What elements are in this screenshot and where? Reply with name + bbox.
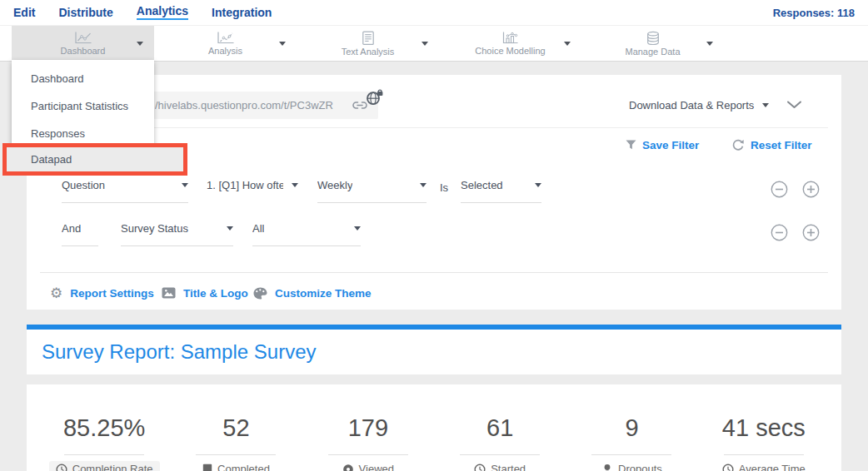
stat-completion-rate: 85.25% Completion Rate xyxy=(38,416,170,471)
menu-item-dashboard[interactable]: Dashboard xyxy=(12,65,154,92)
chevron-down-icon[interactable] xyxy=(422,42,428,46)
customize-theme-label: Customize Theme xyxy=(275,287,372,300)
caret-down-icon xyxy=(535,183,541,187)
refresh-icon xyxy=(731,139,745,151)
stat-value: 179 xyxy=(302,416,434,440)
stat-label: Viewed xyxy=(336,461,401,471)
caret-down-icon xyxy=(354,226,361,231)
stat-label: Completion Rate xyxy=(49,461,160,471)
stat-label-text: Completed xyxy=(217,463,270,471)
globe-lock-icon[interactable] xyxy=(366,89,384,106)
stat-underline xyxy=(196,454,276,455)
stat-underline xyxy=(591,454,671,455)
user-icon xyxy=(601,464,613,471)
palette-icon xyxy=(253,287,267,300)
question-select[interactable]: 1. [Q1] How often d... xyxy=(207,178,298,202)
stat-underline xyxy=(64,454,144,455)
title-logo-label: Title & Logo xyxy=(183,287,248,300)
footer-divider xyxy=(40,272,828,273)
filter-field-value: Question xyxy=(62,178,105,193)
chevron-down-icon[interactable] xyxy=(706,42,713,46)
line-chart-icon xyxy=(74,31,92,45)
stat-value: 41 secs xyxy=(698,416,830,440)
stat-dropouts: 9 Dropouts xyxy=(566,416,697,471)
tab-analysis[interactable]: Analysis xyxy=(154,26,297,61)
stat-label-text: Average Time xyxy=(739,463,806,471)
menu-item-datapad-highlighted[interactable]: Datapad xyxy=(2,143,187,176)
clock-icon xyxy=(474,464,486,471)
tab-dashboard[interactable]: Dashboard xyxy=(12,26,154,61)
answer-select[interactable]: Weekly xyxy=(317,178,427,203)
survey-stats-card: 85.25% Completion Rate 52 Completed 179 … xyxy=(27,384,841,471)
dashboard-dropdown-menu: Dashboard Participant Statistics Respons… xyxy=(12,60,154,150)
field-select-2[interactable]: Survey Status xyxy=(121,221,233,246)
customize-theme-button[interactable]: Customize Theme xyxy=(253,284,372,302)
stat-label: Average Time xyxy=(716,461,812,471)
conjunction-select[interactable]: And xyxy=(62,221,98,246)
chevron-down-icon[interactable] xyxy=(564,42,571,46)
filter-field-select[interactable]: Question xyxy=(62,178,188,203)
reset-filter-button[interactable]: Reset Filter xyxy=(731,136,812,153)
caret-down-icon xyxy=(227,226,233,231)
stat-label-text: Started xyxy=(491,463,526,471)
nav-item-analytics[interactable]: Analytics xyxy=(137,5,188,20)
filter-funnel-icon xyxy=(626,140,636,150)
operator-value: Selected xyxy=(461,178,503,193)
trend-chart-icon xyxy=(217,31,235,45)
save-filter-label: Save Filter xyxy=(642,139,699,151)
stat-value: 9 xyxy=(566,416,697,440)
remove-condition-button[interactable] xyxy=(771,181,788,198)
value-select-2[interactable]: All xyxy=(252,221,361,246)
nav-item-edit[interactable]: Edit xyxy=(13,7,35,18)
download-data-reports-menu[interactable]: Download Data & Reports xyxy=(629,92,769,119)
field-value-2: Survey Status xyxy=(121,221,188,236)
file-icon xyxy=(202,464,212,471)
stat-completed: 52 Completed xyxy=(170,416,302,471)
collapse-chevron-icon[interactable] xyxy=(786,101,802,109)
responses-count: Responses: 118 xyxy=(773,7,868,19)
chevron-down-icon[interactable] xyxy=(137,42,143,46)
tab-choice-modelling[interactable]: Choice Modelling xyxy=(439,26,581,61)
tab-label: Analysis xyxy=(208,47,242,56)
stat-value: 52 xyxy=(170,416,302,440)
report-settings-label: Report Settings xyxy=(70,287,154,300)
share-url-text: /hivelabs.questionpro.com/t/PC3wZR xyxy=(155,92,333,119)
analytics-toolbar: Dashboard Analysis Text Analysis xyxy=(0,25,868,62)
reset-filter-label: Reset Filter xyxy=(751,139,812,151)
nav-item-distribute[interactable]: Distribute xyxy=(58,7,112,18)
clock-icon xyxy=(722,464,734,471)
stat-underline xyxy=(460,454,540,455)
stat-value: 85.25% xyxy=(38,416,170,440)
tab-label: Dashboard xyxy=(61,47,106,56)
document-icon xyxy=(362,31,375,46)
add-condition-button[interactable] xyxy=(802,181,820,198)
tab-manage-data[interactable]: Manage Data xyxy=(581,26,724,61)
stat-label: Started xyxy=(467,461,532,471)
save-filter-button[interactable]: Save Filter xyxy=(626,136,699,153)
menu-item-participant-statistics[interactable]: Participant Statistics xyxy=(12,92,154,120)
report-settings-button[interactable]: ⚙ Report Settings xyxy=(50,284,154,302)
download-data-reports-label: Download Data & Reports xyxy=(629,99,754,112)
report-title-card: Survey Report: Sample Survey xyxy=(27,330,841,374)
nav-item-integration[interactable]: Integration xyxy=(212,7,272,18)
stat-value: 61 xyxy=(434,416,566,440)
top-nav: Edit Distribute Analytics Integration Re… xyxy=(0,0,868,25)
title-logo-button[interactable]: Title & Logo xyxy=(162,284,248,302)
conjunction-value: And xyxy=(62,221,81,236)
stat-label: Completed xyxy=(196,461,277,471)
bar-chart-icon xyxy=(501,31,519,45)
remove-condition-button[interactable] xyxy=(771,224,788,241)
stat-underline xyxy=(328,454,408,455)
caret-down-icon xyxy=(420,183,427,187)
chevron-down-icon[interactable] xyxy=(279,42,286,46)
tab-text-analysis[interactable]: Text Analysis xyxy=(297,26,439,61)
tab-label: Choice Modelling xyxy=(475,47,545,56)
clock-icon xyxy=(56,464,67,471)
database-icon xyxy=(646,31,661,46)
stat-started: 61 Started xyxy=(434,416,566,471)
caret-down-icon xyxy=(292,183,298,187)
add-condition-button[interactable] xyxy=(802,224,820,241)
operator-value-select[interactable]: Selected xyxy=(461,178,541,203)
tab-label: Text Analysis xyxy=(342,47,395,57)
section-divider xyxy=(40,127,828,128)
